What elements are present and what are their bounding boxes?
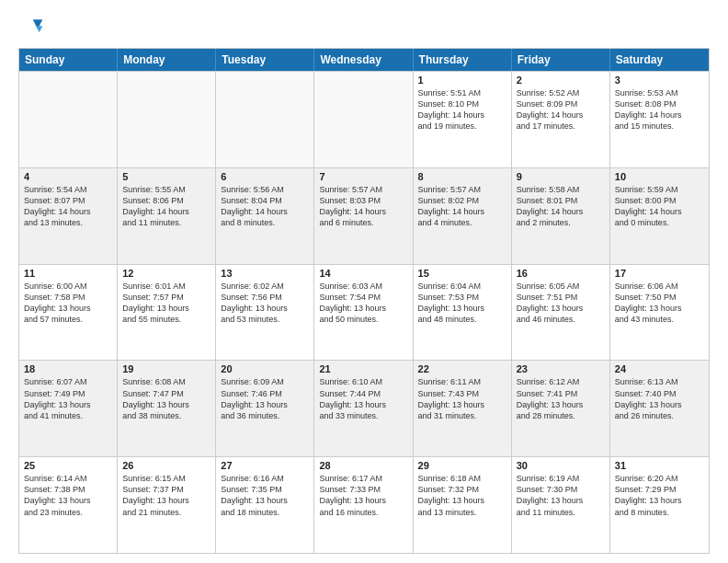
day-info: Sunrise: 6:09 AM Sunset: 7:46 PM Dayligh… bbox=[221, 376, 309, 421]
day-info: Sunrise: 6:03 AM Sunset: 7:54 PM Dayligh… bbox=[319, 281, 407, 326]
calendar-cell: 31Sunrise: 6:20 AM Sunset: 7:29 PM Dayli… bbox=[610, 457, 709, 553]
week-row-5: 25Sunrise: 6:14 AM Sunset: 7:38 PM Dayli… bbox=[19, 456, 709, 553]
day-number: 31 bbox=[615, 460, 704, 471]
day-info: Sunrise: 5:57 AM Sunset: 8:02 PM Dayligh… bbox=[418, 184, 506, 229]
calendar-cell bbox=[216, 72, 314, 167]
day-info: Sunrise: 5:59 AM Sunset: 8:00 PM Dayligh… bbox=[615, 184, 704, 229]
day-info: Sunrise: 6:01 AM Sunset: 7:57 PM Dayligh… bbox=[122, 281, 210, 326]
header-day-friday: Friday bbox=[512, 49, 610, 71]
day-number: 26 bbox=[122, 460, 210, 471]
day-number: 2 bbox=[517, 75, 605, 86]
week-row-3: 11Sunrise: 6:00 AM Sunset: 7:58 PM Dayli… bbox=[19, 264, 709, 361]
day-number: 18 bbox=[24, 363, 112, 374]
calendar-cell: 6Sunrise: 5:56 AM Sunset: 8:04 PM Daylig… bbox=[216, 168, 314, 264]
day-info: Sunrise: 6:16 AM Sunset: 7:35 PM Dayligh… bbox=[221, 473, 309, 518]
calendar-cell: 25Sunrise: 6:14 AM Sunset: 7:38 PM Dayli… bbox=[19, 457, 118, 553]
day-info: Sunrise: 6:17 AM Sunset: 7:33 PM Dayligh… bbox=[319, 473, 407, 518]
calendar-cell: 17Sunrise: 6:06 AM Sunset: 7:50 PM Dayli… bbox=[610, 265, 709, 361]
day-info: Sunrise: 6:12 AM Sunset: 7:41 PM Dayligh… bbox=[517, 376, 605, 421]
calendar-cell: 24Sunrise: 6:13 AM Sunset: 7:40 PM Dayli… bbox=[610, 361, 709, 456]
calendar-cell: 16Sunrise: 6:05 AM Sunset: 7:51 PM Dayli… bbox=[512, 265, 610, 361]
day-number: 3 bbox=[615, 75, 704, 86]
day-info: Sunrise: 5:54 AM Sunset: 8:07 PM Dayligh… bbox=[24, 184, 112, 229]
day-number: 12 bbox=[122, 268, 210, 279]
day-number: 28 bbox=[319, 460, 407, 471]
day-number: 10 bbox=[615, 171, 704, 182]
day-number: 19 bbox=[122, 363, 210, 374]
day-info: Sunrise: 5:58 AM Sunset: 8:01 PM Dayligh… bbox=[517, 184, 605, 229]
day-info: Sunrise: 5:56 AM Sunset: 8:04 PM Dayligh… bbox=[221, 184, 309, 229]
header-day-sunday: Sunday bbox=[19, 49, 118, 71]
calendar-cell bbox=[19, 72, 118, 167]
day-info: Sunrise: 6:13 AM Sunset: 7:40 PM Dayligh… bbox=[615, 376, 704, 421]
day-info: Sunrise: 6:05 AM Sunset: 7:51 PM Dayligh… bbox=[517, 281, 605, 326]
week-row-4: 18Sunrise: 6:07 AM Sunset: 7:49 PM Dayli… bbox=[19, 360, 709, 456]
day-number: 11 bbox=[24, 268, 112, 279]
day-number: 27 bbox=[221, 460, 309, 471]
day-info: Sunrise: 6:14 AM Sunset: 7:38 PM Dayligh… bbox=[24, 473, 112, 518]
day-number: 1 bbox=[418, 75, 506, 86]
calendar-header: SundayMondayTuesdayWednesdayThursdayFrid… bbox=[19, 49, 709, 71]
calendar-cell: 23Sunrise: 6:12 AM Sunset: 7:41 PM Dayli… bbox=[512, 361, 610, 456]
day-info: Sunrise: 6:10 AM Sunset: 7:44 PM Dayligh… bbox=[319, 376, 407, 421]
day-info: Sunrise: 6:04 AM Sunset: 7:53 PM Dayligh… bbox=[418, 281, 506, 326]
day-number: 9 bbox=[517, 171, 605, 182]
calendar-cell: 12Sunrise: 6:01 AM Sunset: 7:57 PM Dayli… bbox=[118, 265, 216, 361]
calendar: SundayMondayTuesdayWednesdayThursdayFrid… bbox=[18, 48, 710, 554]
calendar-cell bbox=[118, 72, 216, 167]
calendar-cell: 15Sunrise: 6:04 AM Sunset: 7:53 PM Dayli… bbox=[414, 265, 512, 361]
day-number: 17 bbox=[615, 268, 704, 279]
week-row-2: 4Sunrise: 5:54 AM Sunset: 8:07 PM Daylig… bbox=[19, 167, 709, 264]
day-number: 13 bbox=[221, 268, 309, 279]
calendar-cell: 19Sunrise: 6:08 AM Sunset: 7:47 PM Dayli… bbox=[118, 361, 216, 456]
day-number: 14 bbox=[319, 268, 407, 279]
calendar-cell: 26Sunrise: 6:15 AM Sunset: 7:37 PM Dayli… bbox=[118, 457, 216, 553]
calendar-body: 1Sunrise: 5:51 AM Sunset: 8:10 PM Daylig… bbox=[19, 71, 709, 553]
calendar-cell: 11Sunrise: 6:00 AM Sunset: 7:58 PM Dayli… bbox=[19, 265, 118, 361]
calendar-cell: 27Sunrise: 6:16 AM Sunset: 7:35 PM Dayli… bbox=[216, 457, 314, 553]
logo-icon bbox=[18, 15, 44, 40]
day-info: Sunrise: 6:19 AM Sunset: 7:30 PM Dayligh… bbox=[517, 473, 605, 518]
calendar-cell: 28Sunrise: 6:17 AM Sunset: 7:33 PM Dayli… bbox=[314, 457, 413, 553]
day-info: Sunrise: 6:00 AM Sunset: 7:58 PM Dayligh… bbox=[24, 281, 112, 326]
day-info: Sunrise: 5:55 AM Sunset: 8:06 PM Dayligh… bbox=[122, 184, 210, 229]
day-number: 22 bbox=[418, 363, 506, 374]
calendar-cell: 22Sunrise: 6:11 AM Sunset: 7:43 PM Dayli… bbox=[414, 361, 512, 456]
page: SundayMondayTuesdayWednesdayThursdayFrid… bbox=[0, 0, 728, 563]
calendar-cell: 13Sunrise: 6:02 AM Sunset: 7:56 PM Dayli… bbox=[216, 265, 314, 361]
day-info: Sunrise: 5:53 AM Sunset: 8:08 PM Dayligh… bbox=[615, 87, 704, 132]
calendar-cell: 8Sunrise: 5:57 AM Sunset: 8:02 PM Daylig… bbox=[414, 168, 512, 264]
calendar-cell: 29Sunrise: 6:18 AM Sunset: 7:32 PM Dayli… bbox=[414, 457, 512, 553]
calendar-cell: 4Sunrise: 5:54 AM Sunset: 8:07 PM Daylig… bbox=[19, 168, 118, 264]
day-info: Sunrise: 6:07 AM Sunset: 7:49 PM Dayligh… bbox=[24, 376, 112, 421]
calendar-cell: 2Sunrise: 5:52 AM Sunset: 8:09 PM Daylig… bbox=[512, 72, 610, 167]
day-info: Sunrise: 5:51 AM Sunset: 8:10 PM Dayligh… bbox=[418, 87, 506, 132]
calendar-cell: 7Sunrise: 5:57 AM Sunset: 8:03 PM Daylig… bbox=[314, 168, 413, 264]
calendar-cell: 14Sunrise: 6:03 AM Sunset: 7:54 PM Dayli… bbox=[314, 265, 413, 361]
day-number: 7 bbox=[319, 171, 407, 182]
day-number: 16 bbox=[517, 268, 605, 279]
calendar-cell bbox=[314, 72, 413, 167]
header bbox=[18, 15, 710, 40]
header-day-saturday: Saturday bbox=[610, 49, 709, 71]
day-number: 6 bbox=[221, 171, 309, 182]
calendar-cell: 20Sunrise: 6:09 AM Sunset: 7:46 PM Dayli… bbox=[216, 361, 314, 456]
day-number: 5 bbox=[122, 171, 210, 182]
day-info: Sunrise: 6:18 AM Sunset: 7:32 PM Dayligh… bbox=[418, 473, 506, 518]
day-number: 15 bbox=[418, 268, 506, 279]
logo bbox=[18, 15, 48, 40]
day-number: 20 bbox=[221, 363, 309, 374]
calendar-cell: 18Sunrise: 6:07 AM Sunset: 7:49 PM Dayli… bbox=[19, 361, 118, 456]
day-info: Sunrise: 6:20 AM Sunset: 7:29 PM Dayligh… bbox=[615, 473, 704, 518]
calendar-cell: 9Sunrise: 5:58 AM Sunset: 8:01 PM Daylig… bbox=[512, 168, 610, 264]
header-day-monday: Monday bbox=[118, 49, 216, 71]
day-info: Sunrise: 6:11 AM Sunset: 7:43 PM Dayligh… bbox=[418, 376, 506, 421]
calendar-cell: 1Sunrise: 5:51 AM Sunset: 8:10 PM Daylig… bbox=[414, 72, 512, 167]
day-info: Sunrise: 6:15 AM Sunset: 7:37 PM Dayligh… bbox=[122, 473, 210, 518]
day-info: Sunrise: 5:57 AM Sunset: 8:03 PM Dayligh… bbox=[319, 184, 407, 229]
day-info: Sunrise: 6:08 AM Sunset: 7:47 PM Dayligh… bbox=[122, 376, 210, 421]
header-day-wednesday: Wednesday bbox=[314, 49, 413, 71]
day-number: 29 bbox=[418, 460, 506, 471]
day-info: Sunrise: 6:02 AM Sunset: 7:56 PM Dayligh… bbox=[221, 281, 309, 326]
calendar-cell: 5Sunrise: 5:55 AM Sunset: 8:06 PM Daylig… bbox=[118, 168, 216, 264]
